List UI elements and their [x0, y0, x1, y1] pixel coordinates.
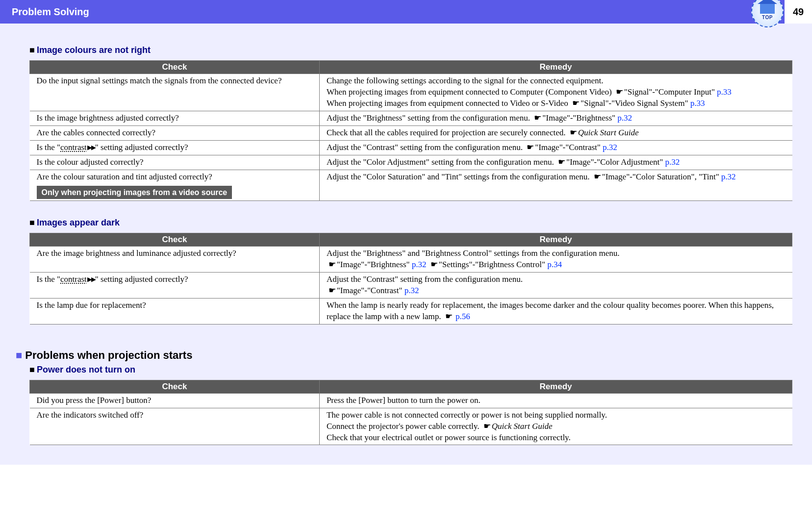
top-icon-label: TOP — [762, 15, 773, 20]
table-header-row: Check Remedy — [30, 380, 792, 393]
video-source-tag: Only when projecting images from a video… — [37, 186, 232, 200]
table-row: Is the "contrast▶▶" setting adjusted cor… — [30, 140, 792, 155]
page-ref-link[interactable]: p.33 — [717, 87, 732, 97]
table-row: Are the cables connected correctly? Chec… — [30, 125, 792, 140]
page-header: Problem Solving TOP 49 — [0, 0, 812, 24]
col-remedy: Remedy — [319, 233, 792, 247]
page-ref-link[interactable]: p.32 — [603, 143, 617, 152]
pointer-icon: ☛ — [594, 172, 601, 181]
pointer-icon: ☛ — [570, 128, 577, 137]
page-ref-link[interactable]: p.32 — [665, 157, 680, 167]
cell-check: Is the colour adjusted correctly? — [30, 155, 320, 170]
page-body: ■Image colours are not right Check Remed… — [0, 24, 812, 465]
table-power: Check Remedy Did you press the [Power] b… — [29, 380, 792, 446]
col-remedy: Remedy — [319, 61, 792, 74]
subheading-power: ■Power does not turn on — [29, 365, 792, 375]
glossary-icon: ▶▶ — [87, 143, 95, 152]
table-header-row: Check Remedy — [30, 233, 792, 247]
glossary-term[interactable]: contrast▶▶ — [60, 142, 95, 153]
cell-check: Are the colour saturation and tint adjus… — [30, 170, 320, 201]
table-row: Is the colour adjusted correctly? Adjust… — [30, 155, 792, 170]
quick-start-guide-ref: Quick Start Guide — [492, 422, 553, 431]
page-ref-link[interactable]: p.32 — [721, 172, 736, 181]
pointer-icon: ☛ — [534, 113, 541, 123]
cell-remedy: Adjust the "Brightness" and "Brightness … — [319, 247, 792, 273]
pointer-icon: ☛ — [329, 286, 336, 295]
subheading-colours: ■Image colours are not right — [29, 45, 792, 55]
page-ref-link[interactable]: p.34 — [547, 260, 562, 269]
cell-remedy: Adjust the "Contrast" setting from the c… — [319, 140, 792, 155]
page-ref-link[interactable]: p.56 — [456, 312, 470, 321]
cell-remedy: Adjust the "Brightness" setting from the… — [319, 111, 792, 125]
pointer-icon: ☛ — [527, 143, 534, 152]
cell-check: Is the image brightness adjusted correct… — [30, 111, 320, 125]
cell-check: Are the indicators switched off? — [30, 408, 320, 445]
cell-remedy: Adjust the "Contrast" setting from the c… — [319, 272, 792, 298]
table-row: Do the input signal settings match the s… — [30, 74, 792, 111]
page-title: Problem Solving — [12, 6, 89, 18]
cell-check: Did you press the [Power] button? — [30, 393, 320, 408]
quick-start-guide-ref: Quick Start Guide — [578, 128, 639, 137]
pointer-icon: ☛ — [329, 260, 336, 269]
cell-remedy: When the lamp is nearly ready for replac… — [319, 298, 792, 324]
subheading-dark: ■Images appear dark — [29, 218, 792, 228]
table-row: Are the image brightness and luminance a… — [30, 247, 792, 273]
table-row: Is the "contrast▶▶" setting adjusted cor… — [30, 272, 792, 298]
cell-check: Is the "contrast▶▶" setting adjusted cor… — [30, 272, 320, 298]
page-ref-link[interactable]: p.32 — [617, 113, 632, 123]
glossary-icon: ▶▶ — [87, 275, 95, 284]
pointer-icon: ☛ — [431, 260, 438, 269]
cell-remedy: Check that all the cables required for p… — [319, 125, 792, 140]
pointer-icon: ☛ — [572, 99, 580, 108]
pointer-icon: ☛ — [616, 87, 623, 97]
table-row: Is the lamp due for replacement? When th… — [30, 298, 792, 324]
table-colours: Check Remedy Do the input signal setting… — [29, 60, 792, 201]
cell-check: Are the cables connected correctly? — [30, 125, 320, 140]
cell-remedy: Change the following settings according … — [319, 74, 792, 111]
col-check: Check — [30, 61, 320, 74]
cell-check: Is the lamp due for replacement? — [30, 298, 320, 324]
section-heading-projection-starts: ■Problems when projection starts — [16, 349, 792, 362]
pointer-icon: ☛ — [483, 422, 491, 431]
table-row: Is the image brightness adjusted correct… — [30, 111, 792, 125]
cell-check: Are the image brightness and luminance a… — [30, 247, 320, 273]
glossary-term[interactable]: contrast▶▶ — [60, 274, 95, 285]
col-check: Check — [30, 380, 320, 393]
cell-check: Is the "contrast▶▶" setting adjusted cor… — [30, 140, 320, 155]
page-ref-link[interactable]: p.32 — [405, 286, 419, 295]
col-remedy: Remedy — [319, 380, 792, 393]
table-header-row: Check Remedy — [30, 61, 792, 74]
page-number: 49 — [785, 0, 812, 24]
pointer-icon: ☛ — [558, 157, 565, 167]
page-ref-link[interactable]: p.32 — [412, 260, 427, 269]
cell-check: Do the input signal settings match the s… — [30, 74, 320, 111]
cell-remedy: Press the [Power] button to turn the pow… — [319, 393, 792, 408]
cell-remedy: Adjust the "Color Saturation" and "Tint"… — [319, 170, 792, 201]
top-icon[interactable]: TOP — [751, 0, 785, 28]
table-row: Are the colour saturation and tint adjus… — [30, 170, 792, 201]
table-row: Are the indicators switched off? The pow… — [30, 408, 792, 445]
pointer-icon: ☛ — [445, 312, 455, 321]
cell-remedy: Adjust the "Color Adjustment" setting fr… — [319, 155, 792, 170]
table-row: Did you press the [Power] button? Press … — [30, 393, 792, 408]
col-check: Check — [30, 233, 320, 247]
cell-remedy: The power cable is not connected correct… — [319, 408, 792, 445]
page-ref-link[interactable]: p.33 — [690, 99, 705, 108]
table-dark: Check Remedy Are the image brightness an… — [29, 233, 792, 324]
home-icon — [760, 3, 775, 14]
